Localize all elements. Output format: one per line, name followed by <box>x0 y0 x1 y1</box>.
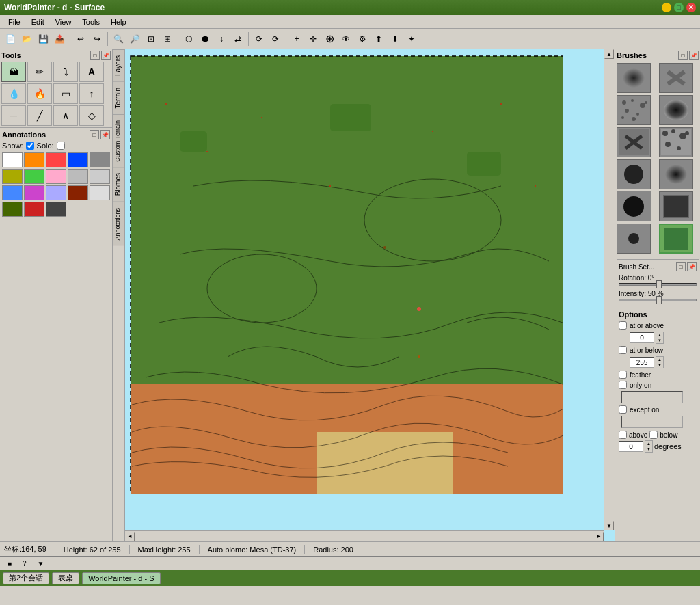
brush-x-pattern[interactable] <box>659 63 693 93</box>
degrees-down[interactable]: ▼ <box>645 446 652 452</box>
app-btn-worldpainter[interactable]: WorldPainter - d - S <box>82 572 160 584</box>
color-blue[interactable] <box>68 152 88 167</box>
at-or-above-input[interactable] <box>630 332 654 343</box>
color-dark[interactable] <box>46 202 66 217</box>
brush-radial-soft[interactable] <box>617 63 651 93</box>
degrees-up[interactable]: ▲ <box>645 441 652 446</box>
tab-custom-terrain[interactable]: Custom Terrain <box>113 114 124 167</box>
at-or-above-up[interactable]: ▲ <box>656 332 663 338</box>
at-or-above-down[interactable]: ▼ <box>656 338 663 343</box>
color-olive[interactable] <box>2 169 23 184</box>
at-or-below-up[interactable]: ▲ <box>656 357 663 362</box>
show-checkbox[interactable] <box>26 142 34 150</box>
diagonal-tool[interactable]: ╱ <box>27 105 52 126</box>
settings-button[interactable]: ⟳ <box>268 31 283 46</box>
color-purple[interactable] <box>24 185 44 200</box>
taskbar-btn3[interactable]: ▼ <box>33 559 49 569</box>
intensity-track[interactable] <box>619 299 697 301</box>
at-or-below-checkbox[interactable] <box>619 346 627 354</box>
brushes-pin-button[interactable]: 📌 <box>689 51 699 60</box>
app-btn-table[interactable]: 表桌 <box>52 572 79 584</box>
pencil-tool[interactable]: ✏ <box>27 62 52 82</box>
brushes-float-button[interactable]: □ <box>678 51 688 60</box>
menu-file[interactable]: File <box>3 17 26 27</box>
ridge-tool[interactable]: ∧ <box>53 105 78 126</box>
canvas-area[interactable]: N ▲ ▼ ◄ ► <box>125 49 615 541</box>
color-gray[interactable] <box>90 152 110 167</box>
tool3-button[interactable]: ↕ <box>214 31 229 46</box>
line-tool[interactable]: ─ <box>1 105 26 126</box>
color-red[interactable] <box>46 152 66 167</box>
tab-layers[interactable]: Layers <box>113 49 124 81</box>
at-or-below-down[interactable]: ▼ <box>656 362 663 368</box>
direction-tool[interactable]: ↑ <box>79 83 104 104</box>
minimize-button[interactable]: ─ <box>662 3 671 12</box>
undo-button[interactable]: ↩ <box>73 31 88 46</box>
tool4-button[interactable]: ⇄ <box>230 31 245 46</box>
scroll-left-button[interactable]: ◄ <box>125 532 135 541</box>
export-button[interactable]: 📤 <box>52 31 67 46</box>
lower-tool[interactable]: ⤵ <box>53 62 78 82</box>
add-button[interactable]: + <box>289 31 304 46</box>
annotations-float-button[interactable]: □ <box>90 130 99 139</box>
brush-square-selected[interactable] <box>659 224 693 254</box>
below-checkbox[interactable] <box>649 431 658 439</box>
brush-square-soft[interactable] <box>659 159 693 189</box>
rotation-track[interactable] <box>619 283 697 286</box>
tab-annotations[interactable]: Annotations <box>113 202 124 246</box>
color-brown[interactable] <box>68 185 88 200</box>
smooth-tool[interactable]: ▭ <box>53 83 78 104</box>
color-orange[interactable] <box>24 152 44 167</box>
overlay-tool[interactable]: ◇ <box>79 105 104 126</box>
vertical-scrollbar[interactable]: ▲ ▼ <box>604 49 615 530</box>
color-white[interactable] <box>2 152 23 167</box>
intensity-thumb[interactable] <box>656 296 662 304</box>
brush-square-edge[interactable] <box>659 191 693 221</box>
color-green[interactable] <box>24 169 44 184</box>
taskbar-btn1[interactable]: ■ <box>3 559 16 569</box>
at-or-below-input[interactable] <box>630 357 654 368</box>
close-button[interactable]: ✕ <box>686 3 696 12</box>
config-button[interactable]: ⚙ <box>355 31 370 46</box>
brush-radial-hard[interactable] <box>617 159 651 189</box>
scroll-up-button[interactable]: ▲ <box>604 49 614 59</box>
horizontal-scrollbar[interactable]: ◄ ► <box>125 530 604 541</box>
app-btn-session[interactable]: 第2个会话 <box>3 572 49 584</box>
menu-help[interactable]: Help <box>105 17 132 27</box>
tool1-button[interactable]: ⬡ <box>181 31 196 46</box>
save-button[interactable]: 💾 <box>36 31 51 46</box>
brush-set-float[interactable]: □ <box>676 262 686 271</box>
extra-button[interactable]: ✦ <box>404 31 419 46</box>
feather-checkbox[interactable] <box>619 371 627 379</box>
lava-tool[interactable]: 🔥 <box>27 83 52 104</box>
brush-circle-hard[interactable] <box>617 191 651 221</box>
menu-tools[interactable]: Tools <box>77 17 105 27</box>
color-darkgreen[interactable] <box>2 202 23 217</box>
grid-button[interactable]: ⊞ <box>160 31 175 46</box>
annotation-tool[interactable]: A <box>79 62 104 82</box>
only-on-input[interactable] <box>621 391 683 403</box>
zoom-out-button[interactable]: 🔍 <box>111 31 126 46</box>
new-button[interactable]: 📄 <box>3 31 18 46</box>
open-button[interactable]: 📂 <box>19 31 34 46</box>
redo-button[interactable]: ↪ <box>90 31 105 46</box>
degrees-input[interactable] <box>619 441 643 452</box>
solo-checkbox[interactable] <box>57 142 65 150</box>
color-smoke[interactable] <box>90 185 110 200</box>
target-button[interactable]: ⊕ <box>322 31 337 46</box>
menu-view[interactable]: View <box>50 17 77 27</box>
fit-button[interactable]: ⊡ <box>144 31 159 46</box>
move-button[interactable]: ✛ <box>306 31 321 46</box>
brush-set-pin[interactable]: 📌 <box>687 262 697 271</box>
color-darkred[interactable] <box>24 202 44 217</box>
tools-pin-button[interactable]: 📌 <box>101 51 111 60</box>
at-or-above-checkbox[interactable] <box>619 321 627 330</box>
upload-button[interactable]: ⬆ <box>371 31 386 46</box>
refresh-button[interactable]: ⟳ <box>252 31 267 46</box>
export2-button[interactable]: ⬇ <box>388 31 403 46</box>
brush-small-circle[interactable] <box>617 224 651 254</box>
raise-terrain-tool[interactable]: 🏔 <box>1 62 26 82</box>
brush-radial-medium[interactable] <box>659 95 693 125</box>
tab-terrain[interactable]: Terrain <box>113 81 124 114</box>
color-lavender[interactable] <box>46 185 66 200</box>
